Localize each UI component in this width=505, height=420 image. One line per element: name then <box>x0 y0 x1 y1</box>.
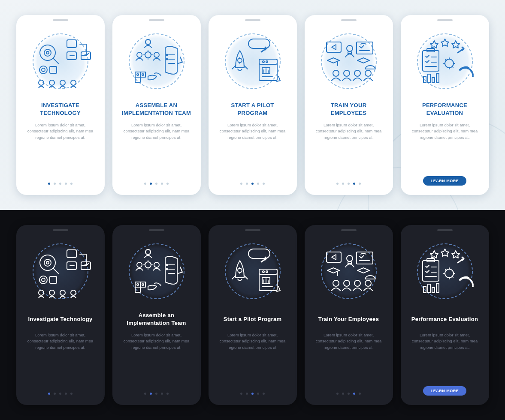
svg-point-90 <box>266 271 268 273</box>
pagination-dot[interactable] <box>251 183 254 185</box>
svg-point-82 <box>137 284 139 285</box>
pagination-dot[interactable] <box>150 393 152 395</box>
pagination-dot[interactable] <box>240 393 242 395</box>
svg-point-12 <box>49 80 54 85</box>
svg-rect-54 <box>423 76 426 83</box>
pagination-dot[interactable] <box>251 393 254 395</box>
card-title: Investigate Technology <box>28 312 92 327</box>
svg-point-16 <box>137 52 142 57</box>
card-description: Lorem ipsum dolor sit amet, consectetur … <box>24 332 97 351</box>
pagination-dot[interactable] <box>65 393 67 395</box>
pagination-dot[interactable] <box>240 183 242 185</box>
card-description: Lorem ipsum dolor sit amet, consectetur … <box>408 332 481 351</box>
pagination-dot[interactable] <box>263 183 265 185</box>
learn-more-button[interactable]: LEARN MORE <box>423 386 467 396</box>
svg-point-13 <box>60 80 65 85</box>
pagination-dots <box>240 393 265 395</box>
svg-rect-26 <box>248 39 270 48</box>
pagination-dot[interactable] <box>342 183 344 185</box>
svg-rect-62 <box>67 250 76 258</box>
card-description: Lorem ipsum dolor sit amet, consectetur … <box>120 122 193 141</box>
pagination-dot[interactable] <box>359 393 361 395</box>
pagination-dot[interactable] <box>150 183 152 185</box>
onboarding-card: Assemble an Implementation Team Lorem ip… <box>112 225 201 405</box>
svg-point-8 <box>39 66 47 74</box>
pagination-dot[interactable] <box>48 183 50 185</box>
pagination-dot[interactable] <box>336 183 339 185</box>
phone-notch <box>149 229 164 231</box>
onboarding-card: INVESTIGATE TECHNOLOGY Lorem ipsum dolor… <box>16 15 105 195</box>
svg-point-105 <box>365 280 371 286</box>
pagination-dot[interactable] <box>257 183 259 185</box>
svg-point-47 <box>365 70 371 76</box>
phone-notch <box>245 229 260 231</box>
pagination-dot[interactable] <box>59 393 61 395</box>
svg-point-25 <box>142 74 144 75</box>
card-illustration <box>411 237 479 306</box>
pagination-dot[interactable] <box>144 183 146 185</box>
onboarding-card: TRAIN YOUR EMPLOYEES Lorem ipsum dolor s… <box>305 15 393 195</box>
svg-point-71 <box>60 290 65 295</box>
svg-rect-115 <box>436 283 439 293</box>
svg-point-22 <box>166 54 167 56</box>
svg-point-86 <box>238 268 242 273</box>
pagination-dots <box>48 183 73 185</box>
pagination-dot[interactable] <box>161 183 163 185</box>
svg-point-89 <box>263 271 264 273</box>
pagination-dot[interactable] <box>54 183 56 185</box>
pagination-dot[interactable] <box>166 393 169 395</box>
svg-point-17 <box>154 52 159 57</box>
learn-more-button[interactable]: LEARN MORE <box>423 176 467 186</box>
pagination-dot[interactable] <box>166 183 169 185</box>
pagination-dot[interactable] <box>246 183 248 185</box>
svg-point-81 <box>166 269 167 270</box>
pagination-dot[interactable] <box>155 183 157 185</box>
card-title: Assemble an Implementation Team <box>120 312 193 327</box>
card-description: Lorem ipsum dolor sit amet, consectetur … <box>216 122 289 141</box>
phone-notch <box>437 19 453 21</box>
onboarding-card: ASSEMBLE AN IMPLEMENTATION TEAM Lorem ip… <box>112 15 201 195</box>
pagination-dot[interactable] <box>70 183 73 185</box>
pagination-dot[interactable] <box>54 393 56 395</box>
card-illustration <box>26 27 95 96</box>
pagination-dot[interactable] <box>342 393 344 395</box>
pagination-dot[interactable] <box>348 393 350 395</box>
pagination-dot[interactable] <box>263 393 265 395</box>
pagination-dots <box>336 393 361 395</box>
svg-point-103 <box>344 280 350 286</box>
svg-text:START: START <box>251 251 267 256</box>
pagination-dot[interactable] <box>155 393 157 395</box>
pagination-dot[interactable] <box>353 393 355 395</box>
onboarding-card: START Start a Pilot Program Lorem ipsum … <box>209 225 297 405</box>
pagination-dot[interactable] <box>348 183 350 185</box>
pagination-dot[interactable] <box>161 393 163 395</box>
svg-rect-112 <box>423 286 426 293</box>
pagination-dot[interactable] <box>257 393 259 395</box>
svg-point-76 <box>145 262 151 268</box>
svg-point-45 <box>344 70 350 76</box>
pagination-dot[interactable] <box>359 183 361 185</box>
pagination-dot[interactable] <box>65 183 67 185</box>
pagination-dot[interactable] <box>353 183 355 185</box>
svg-point-18 <box>145 52 151 58</box>
card-description: Lorem ipsum dolor sit amet, consectetur … <box>408 122 481 141</box>
pagination-dot[interactable] <box>144 393 146 395</box>
onboarding-card: Train Your Employees Lorem ipsum dolor s… <box>305 225 393 405</box>
pagination-dot[interactable] <box>246 393 248 395</box>
pagination-dot[interactable] <box>48 393 50 395</box>
card-description: Lorem ipsum dolor sit amet, consectetur … <box>24 122 97 141</box>
pagination-dot[interactable] <box>70 393 73 395</box>
svg-point-31 <box>263 61 264 63</box>
svg-point-41 <box>347 45 353 51</box>
pagination-dot[interactable] <box>59 183 61 185</box>
card-title: TRAIN YOUR EMPLOYEES <box>312 102 385 117</box>
pagination-dot[interactable] <box>336 393 339 395</box>
svg-rect-38 <box>327 42 341 52</box>
pagination-dots <box>144 183 169 185</box>
onboarding-card: PERFORMANCE EVALUATION Lorem ipsum dolor… <box>401 15 489 195</box>
svg-point-15 <box>145 39 151 45</box>
svg-point-66 <box>39 276 47 284</box>
svg-text:START: START <box>251 41 267 46</box>
svg-point-59 <box>44 259 51 266</box>
svg-rect-48 <box>423 51 439 71</box>
